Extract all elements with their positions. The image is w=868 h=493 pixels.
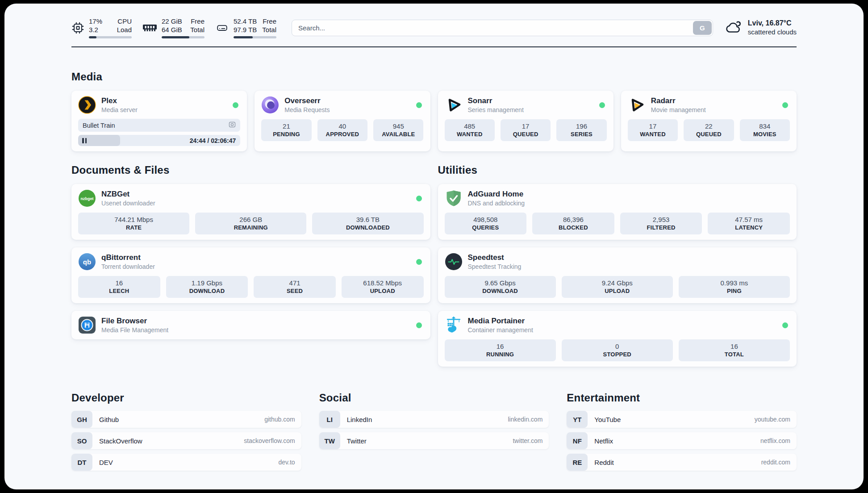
link-name: Reddit xyxy=(594,454,761,471)
stat-pill: 485WANTED xyxy=(445,119,495,141)
link-url: linkedin.com xyxy=(508,411,543,428)
adguard-icon xyxy=(445,189,463,207)
cpu-icon xyxy=(71,21,84,34)
app-card-filebrowser[interactable]: File Browser Media File Management xyxy=(71,311,430,339)
disk-icon xyxy=(215,22,229,33)
section-title-entertainment: Entertainment xyxy=(567,392,797,404)
search-input[interactable] xyxy=(292,20,713,36)
app-name: File Browser xyxy=(101,316,411,326)
link-url: reddit.com xyxy=(761,454,790,471)
weather-widget: Lviv, 16.87°C scattered clouds xyxy=(726,19,797,37)
link-name: LinkedIn xyxy=(347,411,508,428)
link-netflix[interactable]: NF Netflix netflix.com xyxy=(567,432,797,449)
stat-pill: 945AVAILABLE xyxy=(373,119,423,141)
section-title-social: Social xyxy=(319,392,549,404)
app-subtitle: Media Requests xyxy=(284,106,410,114)
stat-pill: 39.6 TBDOWNLOADED xyxy=(312,213,423,234)
app-card-radarr[interactable]: Radarr Movie management 17WANTED 22QUEUE… xyxy=(621,91,797,151)
app-card-sonarr[interactable]: Sonarr Series management 485WANTED 17QUE… xyxy=(438,91,613,151)
app-subtitle: Speedtest Tracking xyxy=(468,263,790,271)
link-url: twitter.com xyxy=(513,432,542,449)
link-tag: LI xyxy=(319,411,340,428)
link-stackoverflow[interactable]: SO StackOverflow stackoverflow.com xyxy=(71,432,301,449)
app-name: Plex xyxy=(101,96,227,105)
stat-pill: 9.65 GbpsDOWNLOAD xyxy=(445,276,556,298)
link-name: Twitter xyxy=(347,432,513,449)
app-card-portainer[interactable]: Media Portainer Container management 16R… xyxy=(438,311,797,367)
app-card-adguard[interactable]: AdGuard Home DNS and adblocking 498,508Q… xyxy=(438,184,797,240)
stat-pill: 266 GBREMAINING xyxy=(195,213,306,234)
cpu-usage: 17% xyxy=(89,17,102,25)
app-subtitle: Media File Management xyxy=(101,326,411,334)
link-tag: GH xyxy=(71,411,92,428)
search-engine-button[interactable]: G xyxy=(693,21,712,35)
speedtest-icon xyxy=(445,253,463,271)
section-title-developer: Developer xyxy=(71,392,301,404)
app-subtitle: Torrent downloader xyxy=(101,263,411,271)
nzbget-icon: nzbget xyxy=(78,189,96,207)
app-card-speedtest[interactable]: Speedtest Speedtest Tracking 9.65 GbpsDO… xyxy=(438,247,797,303)
player-progress-row: 24:44 / 02:06:47 xyxy=(78,135,240,146)
ram-total: 64 GiB xyxy=(162,26,182,33)
status-dot-online xyxy=(782,102,788,108)
open-player-modal-icon[interactable] xyxy=(229,121,236,130)
link-github[interactable]: GH Github github.com xyxy=(71,411,301,428)
now-playing-title: Bullet Train xyxy=(83,122,225,129)
overseerr-icon xyxy=(261,96,279,114)
disk-label-2: Total xyxy=(262,26,276,33)
app-subtitle: DNS and adblocking xyxy=(468,199,790,207)
status-dot-online xyxy=(233,102,238,108)
link-tag: YT xyxy=(567,411,588,428)
link-tag: DT xyxy=(71,454,92,471)
stat-pill: 9.24 GbpsUPLOAD xyxy=(562,276,673,298)
cpu-load: 3.2 xyxy=(89,26,98,33)
link-url: stackoverflow.com xyxy=(244,432,295,449)
pause-icon[interactable] xyxy=(82,138,87,143)
stat-pill: 40APPROVED xyxy=(317,119,367,141)
status-dot-online xyxy=(599,102,605,108)
link-linkedin[interactable]: LI LinkedIn linkedin.com xyxy=(319,411,549,428)
app-card-plex[interactable]: Plex Media server Bullet Train xyxy=(71,91,247,151)
app-card-overseerr[interactable]: Overseerr Media Requests 21PENDING 40APP… xyxy=(255,91,430,151)
app-name: Speedtest xyxy=(468,253,790,262)
stat-pill: 17WANTED xyxy=(628,119,678,141)
stat-pill: 618.52 MbpsUPLOAD xyxy=(342,276,424,298)
disk-total: 97.9 TB xyxy=(234,26,257,33)
link-reddit[interactable]: RE Reddit reddit.com xyxy=(567,454,797,471)
stat-pill: 16TOTAL xyxy=(679,339,790,361)
app-card-qbittorrent[interactable]: qb qBittorrent Torrent downloader 16LEEC… xyxy=(71,247,430,303)
cpu-stat: 17%3.2 CPULoad xyxy=(71,17,132,38)
app-subtitle: Media server xyxy=(101,106,227,114)
disk-progress-track xyxy=(234,36,276,38)
section-entertainment: Entertainment YT YouTube youtube.com NF … xyxy=(567,392,797,471)
section-utilities: Utilities xyxy=(438,164,797,367)
ram-icon xyxy=(142,23,157,33)
stat-pill: 498,508QUERIES xyxy=(445,213,527,234)
link-url: dev.to xyxy=(279,454,295,471)
app-name: NZBGet xyxy=(101,189,411,199)
stat-pill: 86,396BLOCKED xyxy=(532,213,614,234)
link-dev[interactable]: DT DEV dev.to xyxy=(71,454,301,471)
link-name: DEV xyxy=(99,454,279,471)
now-playing-row: Bullet Train xyxy=(78,119,240,132)
app-subtitle: Series management xyxy=(468,106,594,114)
link-twitter[interactable]: TW Twitter twitter.com xyxy=(319,432,549,449)
status-dot-online xyxy=(416,322,422,328)
status-dot-online xyxy=(416,196,422,201)
link-url: github.com xyxy=(264,411,295,428)
ram-progress-fill xyxy=(162,36,189,38)
link-tag: NF xyxy=(567,432,588,449)
sonarr-icon xyxy=(445,96,463,114)
status-dot-online xyxy=(416,102,422,108)
link-youtube[interactable]: YT YouTube youtube.com xyxy=(567,411,797,428)
app-card-nzbget[interactable]: nzbget NZBGet Usenet downloader 744.21 M… xyxy=(71,184,430,240)
stat-pill: 744.21 MbpsRATE xyxy=(78,213,189,234)
stat-pill: 47.57 msLATENCY xyxy=(708,213,790,234)
section-developer: Developer GH Github github.com SO StackO… xyxy=(71,392,301,471)
section-title-documents: Documents & Files xyxy=(71,164,430,176)
app-subtitle: Usenet downloader xyxy=(101,199,411,207)
app-name: Overseerr xyxy=(284,96,410,105)
link-url: youtube.com xyxy=(755,411,790,428)
link-name: Github xyxy=(99,411,264,428)
system-stats: 17%3.2 CPULoad xyxy=(71,17,276,38)
